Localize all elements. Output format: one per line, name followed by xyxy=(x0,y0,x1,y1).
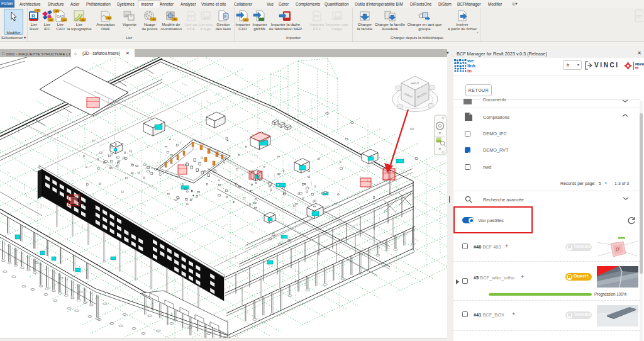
svg-text:PDF: PDF xyxy=(636,15,642,18)
svg-text:HAUT: HAUT xyxy=(411,81,419,85)
